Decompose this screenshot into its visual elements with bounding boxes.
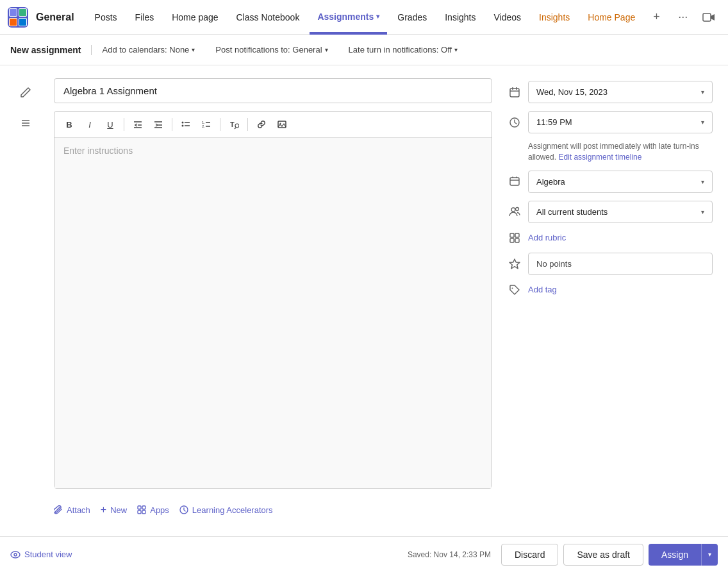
assignments-chevron-icon: ▾ <box>376 13 379 20</box>
nav-homepage2[interactable]: Home Page <box>580 0 643 35</box>
saved-status: Saved: Nov 14, 2:33 PM <box>408 550 491 559</box>
editor-container: B I U 1.2. T <box>54 111 492 489</box>
learning-accelerators-button[interactable]: Learning Accelerators <box>179 505 273 515</box>
image-button[interactable] <box>272 115 292 133</box>
new-button[interactable]: + New <box>101 504 127 516</box>
discard-button[interactable]: Discard <box>501 544 558 566</box>
indent-increase-button[interactable] <box>149 115 168 133</box>
svg-rect-55 <box>515 239 519 242</box>
time-row: 11:59 PM ▾ <box>508 111 713 133</box>
category-icon <box>508 174 522 189</box>
date-row: Wed, Nov 15, 2023 ▾ <box>508 81 713 103</box>
indent-decrease-button[interactable] <box>128 115 147 133</box>
rubric-icon <box>508 231 522 245</box>
svg-point-59 <box>14 553 17 556</box>
nav-more-button[interactable]: ··· <box>673 7 693 28</box>
students-chevron-icon: ▾ <box>701 208 704 215</box>
toolbar-separator-4 <box>247 118 248 131</box>
footer-actions: Discard Save as draft Assign ▾ <box>501 544 718 566</box>
calendars-dropdown[interactable]: Add to calendars: None ▾ <box>92 45 205 55</box>
svg-text:2.: 2. <box>202 124 205 128</box>
title-input[interactable] <box>54 78 492 103</box>
italic-button[interactable]: I <box>80 115 99 133</box>
notifications-dropdown[interactable]: Post notifications to: General ▾ <box>205 45 338 55</box>
toolbar-separator-2 <box>172 118 172 131</box>
edit-timeline-link[interactable]: Edit assignment timeline <box>558 153 641 162</box>
svg-point-25 <box>182 122 184 124</box>
svg-rect-41 <box>142 510 145 514</box>
time-dropdown[interactable]: 11:59 PM ▾ <box>528 111 713 133</box>
apps-button[interactable]: Apps <box>137 505 169 515</box>
bold-button[interactable]: B <box>60 115 79 133</box>
toolbar-separator-3 <box>220 118 220 131</box>
assign-chevron-button[interactable]: ▾ <box>701 544 718 566</box>
save-draft-button[interactable]: Save as draft <box>563 544 643 566</box>
svg-rect-54 <box>510 239 514 242</box>
link-button[interactable] <box>252 115 271 133</box>
nav-files[interactable]: Files <box>128 0 162 35</box>
student-view-button[interactable]: Student view <box>10 550 72 560</box>
nav-homepage[interactable]: Home page <box>164 0 226 35</box>
svg-marker-10 <box>711 14 715 21</box>
nav-insights[interactable]: Insights <box>437 0 483 35</box>
editor-toolbar: B I U 1.2. T <box>54 112 492 138</box>
students-dropdown[interactable]: All current students ▾ <box>528 201 713 223</box>
nav-insights2[interactable]: Insights <box>531 0 577 35</box>
underline-button[interactable]: U <box>101 115 120 133</box>
svg-point-37 <box>280 123 281 124</box>
nav-more-actions: ··· ▾ <box>673 7 728 28</box>
svg-rect-40 <box>138 510 141 514</box>
pencil-icon[interactable] <box>15 82 36 103</box>
svg-rect-7 <box>10 19 17 26</box>
nav-grades[interactable]: Grades <box>390 0 434 35</box>
svg-rect-5 <box>10 9 17 16</box>
nav-add[interactable]: + <box>645 0 668 35</box>
attach-button[interactable]: Attach <box>54 505 90 515</box>
svg-text:T: T <box>230 121 235 128</box>
svg-rect-6 <box>19 9 26 16</box>
students-row: All current students ▾ <box>508 201 713 223</box>
svg-point-51 <box>516 208 519 211</box>
svg-rect-8 <box>19 19 26 26</box>
svg-rect-39 <box>142 506 145 509</box>
points-icon <box>508 257 522 271</box>
clock-icon <box>508 115 522 130</box>
instructions-input[interactable]: Enter instructions <box>54 138 492 488</box>
svg-rect-53 <box>515 233 519 237</box>
right-panel: Wed, Nov 15, 2023 ▾ 11:59 PM ▾ Assignmen… <box>508 78 713 523</box>
main-content: B I U 1.2. T <box>0 65 728 536</box>
footer: Student view Saved: Nov 14, 2:33 PM Disc… <box>0 536 728 572</box>
nav-assignments[interactable]: Assignments ▾ <box>310 0 387 35</box>
lateturns-dropdown[interactable]: Late turn in notifications: Off ▾ <box>338 45 468 55</box>
ordered-list-button[interactable]: 1.2. <box>197 115 216 133</box>
date-dropdown[interactable]: Wed, Nov 15, 2023 ▾ <box>528 81 713 103</box>
time-chevron-icon: ▾ <box>701 119 704 126</box>
tag-row: Add tag <box>508 283 713 297</box>
students-icon <box>508 205 522 219</box>
nav-videos[interactable]: Videos <box>486 0 529 35</box>
category-dropdown[interactable]: Algebra ▾ <box>528 171 713 193</box>
sub-header-title: New assignment <box>10 45 92 55</box>
assignment-form: B I U 1.2. T <box>54 78 492 523</box>
rubric-row: Add rubric <box>508 231 713 245</box>
svg-marker-56 <box>509 259 520 269</box>
svg-rect-43 <box>510 88 519 97</box>
text-style-button[interactable]: T <box>224 115 244 133</box>
lateturns-chevron-icon: ▾ <box>454 46 458 53</box>
points-input[interactable]: No points <box>528 253 713 275</box>
app-icon <box>8 7 28 28</box>
nav-expand-button[interactable] <box>724 7 728 28</box>
tag-icon <box>508 283 522 297</box>
notifications-chevron-icon: ▾ <box>325 46 328 53</box>
add-tag-button[interactable]: Add tag <box>528 285 557 294</box>
nav-classnotebook[interactable]: Class Notebook <box>229 0 308 35</box>
list-icon[interactable] <box>15 113 36 133</box>
sub-header: New assignment Add to calendars: None ▾ … <box>0 35 728 65</box>
svg-point-50 <box>511 208 515 212</box>
nav-posts[interactable]: Posts <box>87 0 125 35</box>
add-rubric-button[interactable]: Add rubric <box>528 233 566 242</box>
assign-button[interactable]: Assign <box>649 544 701 566</box>
svg-rect-48 <box>510 178 519 185</box>
bullet-list-button[interactable] <box>176 115 195 133</box>
nav-meeting-button[interactable] <box>699 7 719 28</box>
